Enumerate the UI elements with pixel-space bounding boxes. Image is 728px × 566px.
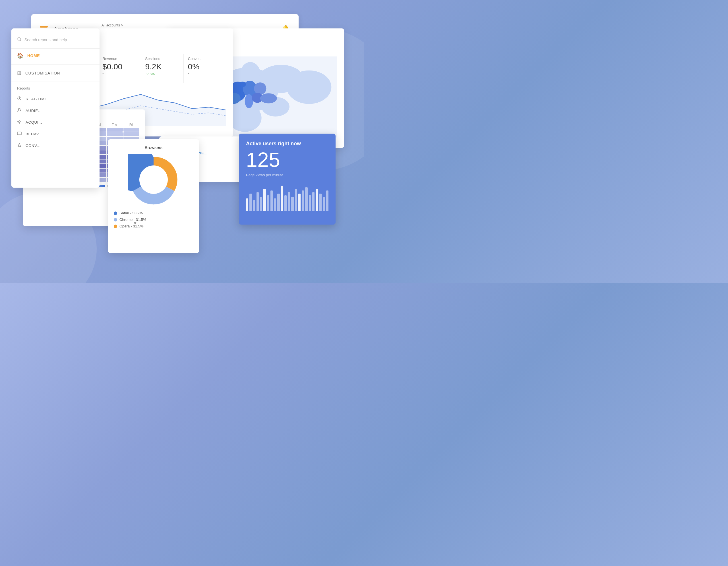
bar-item — [260, 197, 262, 211]
bar-item — [277, 194, 280, 211]
legend-opera: Opera - 31.5% — [114, 224, 193, 228]
legend-chrome: Chrome - 31.5% — [114, 218, 193, 222]
conv-value: 0% — [188, 62, 222, 71]
revenue-sub: - — [102, 71, 136, 75]
svg-point-3 — [18, 108, 20, 110]
bar-item — [249, 194, 252, 211]
metric-sessions: Sessions 9.2K ↑7.5% — [141, 54, 184, 83]
active-users-card: Active users right now 125 Page views pe… — [239, 134, 336, 225]
safari-label: Safari - 53.9% — [119, 211, 143, 215]
bar-item — [316, 189, 318, 211]
bar-item — [263, 189, 266, 211]
sidebar-item-behavior[interactable]: BEHAV... — [11, 128, 100, 140]
browsers-card: Browsers Safari - 53.9% Chrome - 31.5% O… — [108, 139, 199, 253]
svg-line-1 — [20, 40, 21, 41]
bar-item — [274, 199, 276, 211]
sidebar-item-conversions[interactable]: CONV... — [11, 140, 100, 152]
sessions-value: 9.2K — [145, 62, 179, 71]
audience-icon — [17, 108, 22, 114]
svg-point-29 — [239, 82, 246, 87]
bar-item — [302, 191, 304, 211]
bar-item — [319, 194, 321, 211]
revenue-label: Revenue — [102, 57, 136, 61]
metric-revenue: Revenue $0.00 - — [98, 54, 141, 83]
sidebar-item-home[interactable]: 🏠 HOME — [11, 49, 100, 63]
bar-item — [288, 192, 290, 212]
active-title: Active users right now — [246, 141, 328, 147]
dropdown-arrow-icon[interactable]: ▾ — [134, 220, 137, 226]
behavior-label: BEHAV... — [26, 132, 42, 136]
conversions-label: CONV... — [26, 144, 41, 148]
customisation-label: CUSTOMISATION — [25, 71, 60, 75]
bar-item — [312, 192, 315, 212]
sidebar-item-acquisition[interactable]: ACQUI... — [11, 117, 100, 128]
customisation-icon: ⊞ — [17, 70, 21, 76]
day-thu: Thu — [106, 123, 123, 126]
sessions-change: ↑7.5% — [145, 72, 179, 76]
breadcrumb-top: All accounts > — [102, 23, 155, 27]
svg-rect-9 — [17, 132, 21, 135]
bar-item — [267, 195, 269, 211]
search-icon — [17, 37, 22, 43]
home-label: HOME — [27, 53, 40, 58]
bar-item — [284, 195, 287, 211]
reports-section: Reports — [11, 83, 100, 93]
svg-point-20 — [287, 71, 331, 104]
svg-point-0 — [18, 38, 20, 40]
bar-item — [305, 187, 307, 211]
bar-item — [257, 192, 259, 212]
revenue-value: $0.00 — [102, 62, 136, 71]
donut-chart — [114, 154, 193, 205]
nav-divider — [11, 64, 100, 65]
acquisition-label: ACQUI... — [26, 120, 42, 125]
svg-point-25 — [254, 82, 266, 95]
active-number: 125 — [246, 150, 328, 170]
bar-item — [253, 200, 255, 211]
heatmap-cell — [123, 128, 139, 132]
bar-chart — [246, 183, 328, 211]
browsers-title: Browsers — [114, 145, 193, 150]
search-placeholder: Search reports and help — [24, 38, 67, 42]
opera-dot — [114, 225, 117, 228]
browsers-legend: Safari - 53.9% Chrome - 31.5% Opera - 31… — [114, 211, 193, 228]
svg-point-4 — [18, 121, 20, 123]
sidebar-card: Search reports and help 🏠 HOME ⊞ CUSTOMI… — [11, 28, 100, 188]
legend-safari: Safari - 53.9% — [114, 211, 193, 215]
svg-marker-11 — [18, 143, 21, 147]
realtime-icon — [17, 96, 22, 102]
bar-item — [309, 195, 311, 211]
bar-item — [295, 189, 297, 211]
active-sub: Page views per minute — [246, 173, 328, 177]
svg-point-23 — [245, 94, 253, 108]
safari-dot — [114, 212, 117, 215]
bar-item — [246, 199, 248, 211]
bar-item — [291, 197, 293, 211]
acquisition-icon — [17, 119, 22, 125]
sessions-label: Sessions — [145, 57, 179, 61]
heatmap-cell — [107, 132, 123, 136]
behavior-icon — [17, 131, 22, 137]
bar-item — [270, 191, 273, 211]
conversions-icon — [17, 143, 22, 149]
heatmap-cell — [123, 132, 139, 136]
realtime-label: REAL-TIME — [26, 97, 47, 101]
sidebar-item-audience[interactable]: AUDIE... — [11, 105, 100, 117]
bar-item — [298, 194, 301, 211]
conv-sub: - — [188, 71, 222, 75]
day-fri: Fri — [123, 123, 139, 126]
svg-point-30 — [139, 166, 168, 194]
reports-label: Reports — [17, 86, 94, 90]
sidebar-search[interactable]: Search reports and help — [11, 34, 100, 49]
bar-item — [326, 191, 328, 211]
bar-item — [281, 186, 283, 211]
logo-bar-1 — [40, 26, 48, 28]
svg-point-28 — [260, 93, 277, 103]
chrome-label: Chrome - 31.5% — [119, 218, 146, 222]
sidebar-item-customisation[interactable]: ⊞ CUSTOMISATION — [11, 66, 100, 80]
heatmap-cell — [107, 128, 123, 132]
reports-divider — [11, 82, 100, 82]
metric-conversions: Conve... 0% - — [184, 54, 226, 83]
audience-label: AUDIE... — [26, 109, 42, 113]
opera-label: Opera - 31.5% — [119, 224, 144, 228]
sidebar-item-realtime[interactable]: REAL-TIME — [11, 93, 100, 105]
